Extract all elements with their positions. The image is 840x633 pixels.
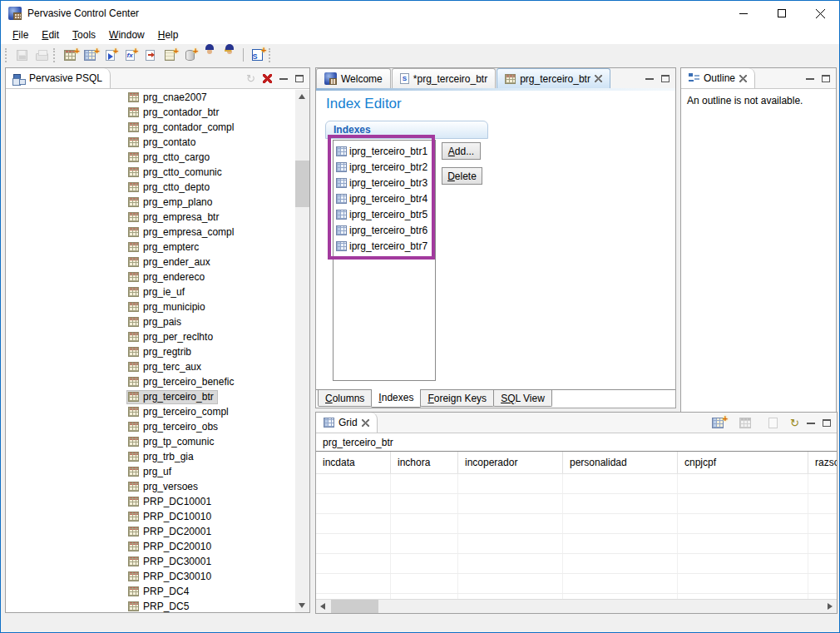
save-button[interactable] — [12, 46, 32, 65]
minimize-panel-icon[interactable] — [806, 78, 814, 80]
index-list-item[interactable]: iprg_terceiro_btr1 — [334, 143, 435, 159]
print-button[interactable] — [32, 46, 52, 65]
index-list-item[interactable]: iprg_terceiro_btr4 — [334, 190, 435, 206]
tree-item[interactable]: prg_contato — [6, 135, 309, 150]
close-button[interactable] — [801, 1, 839, 26]
close-tab-icon[interactable] — [362, 419, 369, 427]
grid-row[interactable] — [316, 574, 837, 594]
maximize-panel-icon[interactable] — [823, 419, 831, 427]
menu-edit[interactable]: Edit — [35, 27, 66, 42]
grid-row[interactable] — [316, 474, 837, 494]
tree-item[interactable]: prg_empresa_btr — [6, 210, 309, 225]
tab-outline[interactable]: Outline — [681, 68, 755, 88]
tab-pervasive-psql[interactable]: Pervasive PSQL — [6, 68, 111, 88]
tab-table-editor-active[interactable]: prg_terceiro_btr — [497, 68, 610, 88]
new-trigger-button[interactable] — [140, 46, 160, 65]
maximize-panel-icon[interactable] — [295, 75, 304, 82]
tree-item[interactable]: PRP_DC4 — [6, 584, 309, 599]
new-table-button[interactable] — [60, 46, 80, 65]
tree-item[interactable]: prg_terceiro_obs — [6, 419, 309, 434]
tree-item[interactable]: prg_endereco — [6, 270, 309, 284]
tree-item[interactable]: prg_regtrib — [6, 344, 309, 359]
tree-item[interactable]: prg_ctto_comunic — [6, 165, 309, 180]
column-header[interactable]: incdata — [316, 452, 391, 473]
new-group-button[interactable] — [220, 46, 240, 65]
tree-item[interactable]: PRP_DC20010 — [6, 539, 309, 554]
close-tab-icon[interactable] — [739, 75, 747, 82]
new-function-button[interactable] — [120, 46, 140, 65]
scroll-up-icon[interactable] — [299, 94, 305, 99]
minimize-panel-icon[interactable] — [279, 78, 288, 80]
tree-item[interactable]: prg_ender_aux — [6, 255, 309, 270]
column-header[interactable]: inchora — [391, 452, 458, 473]
index-list-item[interactable]: iprg_terceiro_btr2 — [334, 159, 435, 175]
tree-item[interactable]: prg_versoes — [6, 479, 309, 494]
tree-item[interactable]: prg_trb_gia — [6, 449, 309, 464]
new-stored-procedure-button[interactable] — [160, 46, 180, 65]
index-list-item[interactable]: iprg_terceiro_btr5 — [334, 206, 435, 222]
maximize-panel-icon[interactable] — [661, 75, 670, 82]
new-query-button[interactable] — [100, 46, 120, 65]
tree-item[interactable]: PRP_DC30001 — [6, 554, 309, 569]
tab-foreign-keys[interactable]: Foreign Keys — [420, 390, 494, 407]
tree-item[interactable]: prg_tp_comunic — [6, 434, 309, 449]
index-list[interactable]: iprg_terceiro_btr1 iprg_terceiro_btr2 ip… — [333, 140, 436, 381]
tree-item[interactable]: prg_pais — [6, 314, 309, 329]
new-database-button[interactable] — [180, 46, 200, 65]
tree-item[interactable]: prg_empresa_compl — [6, 225, 309, 240]
tree-item[interactable]: prg_cnae2007 — [6, 90, 309, 105]
tree-item[interactable]: prg_emp_plano — [6, 195, 309, 210]
insert-record-button[interactable] — [708, 413, 728, 433]
tree-item[interactable]: prg_contador_btr — [6, 105, 309, 120]
maximize-button[interactable] — [763, 1, 801, 26]
tree-item[interactable]: PRP_DC30010 — [6, 569, 309, 584]
stop-icon[interactable] — [263, 74, 272, 83]
refresh-icon[interactable]: ↻ — [246, 73, 255, 84]
tab-indexes[interactable]: Indexes — [371, 389, 421, 408]
refresh-icon[interactable]: ↻ — [790, 418, 799, 428]
menu-tools[interactable]: Tools — [66, 27, 102, 42]
tree-item[interactable]: prg_empterc — [6, 240, 309, 255]
column-header[interactable]: cnpjcpf — [678, 452, 808, 473]
grid-row[interactable] — [316, 534, 837, 554]
index-list-item[interactable]: iprg_terceiro_btr3 — [334, 175, 435, 190]
tree-item[interactable]: PRP_DC10010 — [6, 509, 309, 524]
tree-item-selected[interactable]: prg_terceiro_btr — [6, 389, 309, 404]
menu-file[interactable]: File — [6, 27, 35, 42]
tree-item[interactable]: PRP_DC20001 — [6, 524, 309, 539]
tree-item[interactable]: prg_contador_compl — [6, 120, 309, 135]
tree-item[interactable]: prg_ctto_cargo — [6, 150, 309, 165]
new-sql-document-button[interactable] — [247, 46, 267, 65]
grid-horizontal-scrollbar[interactable] — [316, 599, 837, 613]
tree-item[interactable]: prg_uf — [6, 464, 309, 479]
minimize-panel-icon[interactable] — [807, 423, 815, 424]
tab-columns[interactable]: Columns — [318, 390, 372, 407]
tab-welcome[interactable]: Welcome — [316, 68, 391, 88]
menu-window[interactable]: Window — [102, 27, 151, 42]
tab-sql-document[interactable]: *prg_terceiro_btr — [392, 68, 496, 88]
maximize-panel-icon[interactable] — [822, 75, 830, 82]
column-header[interactable]: razso — [808, 452, 837, 473]
scroll-down-icon[interactable] — [299, 603, 305, 608]
index-list-item[interactable]: iprg_terceiro_btr6 — [334, 222, 435, 238]
tree-item[interactable]: prg_municipio — [6, 299, 309, 314]
tree-item[interactable]: prg_terceiro_compl — [6, 404, 309, 419]
tab-sql-view[interactable]: SQL View — [493, 390, 552, 407]
grid-row[interactable] — [316, 494, 837, 514]
edit-record-button[interactable] — [735, 413, 755, 433]
copy-button[interactable] — [763, 413, 783, 433]
column-header[interactable]: incoperador — [458, 452, 563, 473]
grid-row[interactable] — [316, 554, 837, 574]
grid-row[interactable] — [316, 514, 837, 534]
tree-scrollbar[interactable] — [295, 90, 309, 612]
tree-item[interactable]: prg_ctto_depto — [6, 180, 309, 195]
close-tab-icon[interactable] — [595, 75, 602, 82]
index-list-item[interactable]: iprg_terceiro_btr7 — [334, 238, 435, 254]
tree-item[interactable]: prg_terceiro_benefic — [6, 374, 309, 389]
add-button[interactable]: Add... — [442, 142, 481, 160]
new-view-button[interactable] — [80, 46, 100, 65]
tree-item[interactable]: prg_terc_aux — [6, 359, 309, 374]
minimize-button[interactable] — [724, 1, 763, 26]
scroll-left-icon[interactable] — [320, 603, 325, 610]
column-header[interactable]: personalidad — [563, 452, 678, 473]
